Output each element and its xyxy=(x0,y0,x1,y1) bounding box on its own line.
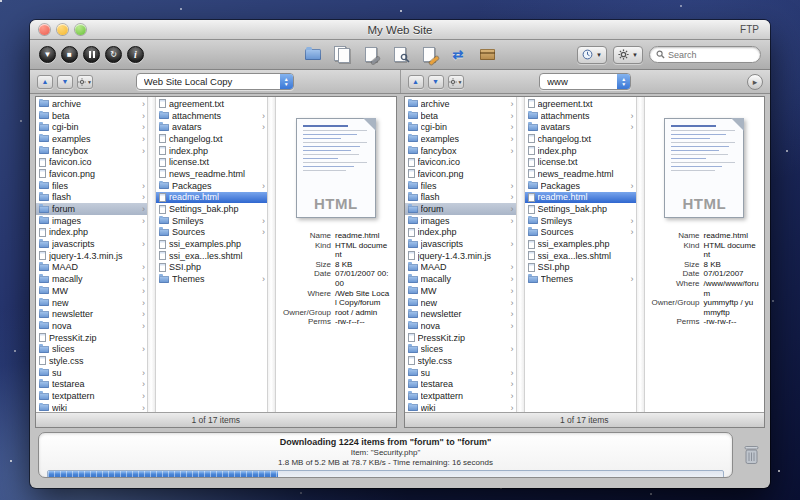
file-row[interactable]: index.php › xyxy=(525,145,636,157)
remote-source-select[interactable]: www ▲▼ xyxy=(539,73,631,90)
file-row[interactable]: forum › xyxy=(36,203,147,215)
titlebar[interactable]: My Web Site FTP xyxy=(30,20,770,40)
file-row[interactable]: ssi_examples.php › xyxy=(156,238,267,250)
file-row[interactable]: license.txt › xyxy=(525,156,636,168)
file-row[interactable]: Smileys › xyxy=(156,215,267,227)
file-row[interactable]: changelog.txt › xyxy=(156,133,267,145)
file-row[interactable]: newsletter › xyxy=(36,308,147,320)
file-row[interactable]: newsletter › xyxy=(405,308,516,320)
file-row[interactable]: su › xyxy=(405,367,516,379)
file-row[interactable]: Themes › xyxy=(525,273,636,285)
search-input[interactable] xyxy=(668,50,754,60)
file-row[interactable]: textpattern › xyxy=(36,390,147,402)
file-row[interactable]: PressKit.zip › xyxy=(405,332,516,344)
local-source-select[interactable]: Web Site Local Copy ▲▼ xyxy=(136,73,294,90)
queue-upload-button[interactable]: ▲ xyxy=(37,75,53,89)
file-row[interactable]: changelog.txt › xyxy=(525,133,636,145)
file-row[interactable]: cgi-bin › xyxy=(405,121,516,133)
file-row[interactable]: Themes › xyxy=(156,273,267,285)
file-row[interactable]: MW › xyxy=(405,285,516,297)
action-menu-button[interactable]: ▼ xyxy=(77,75,93,89)
sync-button[interactable]: ⇄ xyxy=(448,46,468,63)
archive-button[interactable] xyxy=(477,46,497,63)
search-field[interactable] xyxy=(649,46,761,63)
file-row[interactable]: nova › xyxy=(405,320,516,332)
file-row[interactable]: index.php › xyxy=(36,227,147,239)
scrollbar[interactable] xyxy=(148,97,156,412)
settings-dropdown-button[interactable]: ▼ xyxy=(613,46,643,64)
file-row[interactable]: jquery-1.4.3.min.js › xyxy=(405,250,516,262)
file-row[interactable]: flash › xyxy=(36,192,147,204)
file-row[interactable]: files › xyxy=(36,180,147,192)
file-row[interactable]: macally › xyxy=(405,273,516,285)
scrollbar[interactable] xyxy=(517,97,525,412)
start-transfer-button[interactable]: ▼ xyxy=(39,46,56,63)
preview-button[interactable] xyxy=(390,46,410,63)
file-row[interactable]: news_readme.html › xyxy=(525,168,636,180)
file-row[interactable]: Packages › xyxy=(525,180,636,192)
file-row[interactable]: textpattern › xyxy=(405,390,516,402)
file-row[interactable]: index.php › xyxy=(405,227,516,239)
file-row[interactable]: wiki › xyxy=(36,402,147,412)
file-row[interactable]: attachments › xyxy=(525,110,636,122)
refresh-button[interactable]: ↻ xyxy=(105,46,122,63)
file-row[interactable]: fancybox › xyxy=(36,145,147,157)
file-row[interactable]: style.css › xyxy=(405,355,516,367)
file-row[interactable]: javascripts › xyxy=(405,238,516,250)
file-row[interactable]: examples › xyxy=(36,133,147,145)
file-row[interactable]: ssi_exa...les.shtml › xyxy=(525,250,636,262)
file-row[interactable]: flash › xyxy=(405,192,516,204)
file-row[interactable]: agreement.txt › xyxy=(525,98,636,110)
file-row[interactable]: attachments › xyxy=(156,110,267,122)
file-row[interactable]: readme.html › xyxy=(525,192,636,204)
file-row[interactable]: MAAD › xyxy=(36,262,147,274)
file-row[interactable]: testarea › xyxy=(405,379,516,391)
trash-dropzone[interactable] xyxy=(740,445,762,465)
file-row[interactable]: macally › xyxy=(36,273,147,285)
file-row[interactable]: new › xyxy=(405,297,516,309)
file-row[interactable]: images › xyxy=(36,215,147,227)
file-row[interactable]: jquery-1.4.3.min.js › xyxy=(36,250,147,262)
file-row[interactable]: su › xyxy=(36,367,147,379)
file-row[interactable]: archive › xyxy=(36,98,147,110)
go-button[interactable]: ▸ xyxy=(747,74,763,90)
file-row[interactable]: favicon.ico › xyxy=(36,156,147,168)
file-row[interactable]: examples › xyxy=(405,133,516,145)
file-row[interactable]: MW › xyxy=(36,285,147,297)
stop-button[interactable]: ■ xyxy=(61,46,78,63)
file-row[interactable]: fancybox › xyxy=(405,145,516,157)
file-row[interactable]: beta › xyxy=(405,110,516,122)
file-row[interactable]: slices › xyxy=(405,343,516,355)
file-row[interactable]: Sources › xyxy=(525,227,636,239)
file-row[interactable]: nova › xyxy=(36,320,147,332)
file-row[interactable]: Settings_bak.php › xyxy=(156,203,267,215)
file-row[interactable]: javascripts › xyxy=(36,238,147,250)
pause-button[interactable] xyxy=(83,46,100,63)
queue-download-button[interactable]: ▼ xyxy=(428,75,444,89)
file-row[interactable]: license.txt › xyxy=(156,156,267,168)
file-row[interactable]: ssi_examples.php › xyxy=(525,238,636,250)
queue-download-button[interactable]: ▼ xyxy=(57,75,73,89)
file-row[interactable]: testarea › xyxy=(36,379,147,391)
file-row[interactable]: Smileys › xyxy=(525,215,636,227)
file-row[interactable]: files › xyxy=(405,180,516,192)
file-row[interactable]: SSI.php › xyxy=(156,262,267,274)
file-row[interactable]: news_readme.html › xyxy=(156,168,267,180)
file-row[interactable]: beta › xyxy=(36,110,147,122)
file-row[interactable]: avatars › xyxy=(156,121,267,133)
file-row[interactable]: Sources › xyxy=(156,227,267,239)
file-row[interactable]: new › xyxy=(36,297,147,309)
tools-button[interactable] xyxy=(361,46,381,63)
file-row[interactable]: Packages › xyxy=(156,180,267,192)
file-row[interactable]: cgi-bin › xyxy=(36,121,147,133)
file-row[interactable]: readme.html › xyxy=(156,192,267,204)
file-row[interactable]: ssi_exa...les.shtml › xyxy=(156,250,267,262)
file-row[interactable]: images › xyxy=(405,215,516,227)
file-row[interactable]: favicon.ico › xyxy=(405,156,516,168)
file-row[interactable]: PressKit.zip › xyxy=(36,332,147,344)
action-menu-button[interactable]: ▼ xyxy=(448,75,464,89)
file-row[interactable]: wiki › xyxy=(405,402,516,412)
queue-upload-button[interactable]: ▲ xyxy=(408,75,424,89)
file-row[interactable]: favicon.png › xyxy=(36,168,147,180)
info-button[interactable]: i xyxy=(127,46,144,63)
